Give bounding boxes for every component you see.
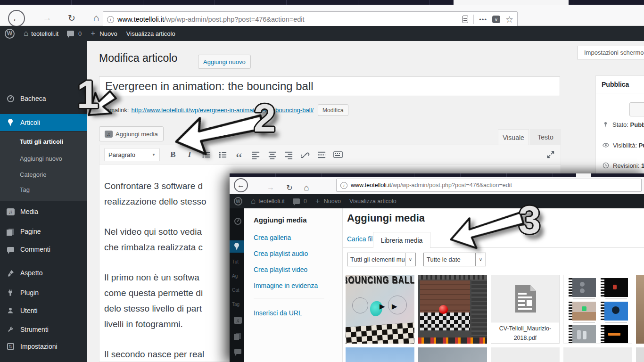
menu-item-immagine-in-evidenza[interactable]: Immagine in evidenza bbox=[254, 282, 318, 289]
wordpress-logo-icon[interactable]: W bbox=[5, 29, 15, 39]
comments-icon bbox=[293, 198, 300, 204]
status-row: Stato: Pubblicato bbox=[602, 121, 644, 128]
page-actions-icon[interactable]: ••• bbox=[479, 16, 487, 23]
overlay-screenshot-window: ← → ↻ ⌂ i www.teotelloli.it /wp/wp-admin… bbox=[230, 173, 644, 362]
paragraph-select[interactable]: Paragrafo ▼ bbox=[104, 148, 160, 161]
sidebar-label: Plugin bbox=[20, 289, 39, 296]
annotation-number-1: 1 bbox=[77, 74, 99, 114]
forward-button[interactable]: → bbox=[264, 181, 278, 195]
pushpin-icon bbox=[6, 119, 15, 126]
sidebar-item-aggiungi-nuovo[interactable]: Aggiungi nuovo bbox=[20, 155, 62, 162]
admin-bar-site-link[interactable]: ⌂ teotelloli.it bbox=[24, 29, 58, 38]
read-more-button[interactable] bbox=[316, 149, 327, 160]
edit-permalink-button[interactable]: Modifica bbox=[318, 104, 348, 116]
sidebar-item-strumenti[interactable]: Strumenti bbox=[0, 321, 87, 338]
brush-icon bbox=[6, 269, 15, 277]
media-thumbnail-cut[interactable] bbox=[636, 347, 644, 362]
bold-button[interactable]: B bbox=[168, 149, 178, 160]
wordpress-logo-icon: W bbox=[234, 197, 242, 206]
dashboard-icon bbox=[6, 95, 15, 102]
home-button[interactable]: ⌂ bbox=[89, 11, 103, 25]
home-button[interactable]: ⌂ bbox=[299, 181, 314, 195]
toolbar-toggle-button[interactable] bbox=[333, 149, 343, 160]
sidebar-item-categorie[interactable]: Categorie bbox=[20, 171, 46, 178]
browser-active-tab[interactable] bbox=[454, 0, 569, 5]
add-new-button[interactable]: Aggiungi nuovo bbox=[198, 55, 251, 69]
add-media-button[interactable]: ♫ Aggiungi media bbox=[99, 126, 164, 141]
media-type-filter-select[interactable]: Tutti gli elementi multimediali ∨ bbox=[347, 253, 416, 266]
forward-button[interactable]: → bbox=[40, 11, 54, 25]
url-bar[interactable]: i www.teotelloli.it /wp/wp-admin/post.ph… bbox=[336, 179, 642, 192]
page-title: Modifica articolo bbox=[99, 52, 177, 65]
media-thumbnail-sky[interactable] bbox=[346, 347, 414, 362]
tab-text[interactable]: Testo bbox=[530, 129, 561, 145]
sidebar-item-aspetto[interactable]: Aspetto bbox=[0, 264, 87, 281]
sidebar-item-bacheca[interactable]: Bacheca bbox=[0, 90, 87, 107]
blockquote-button[interactable]: “ bbox=[234, 149, 244, 160]
menu-item-inserisci-da-url[interactable]: Inserisci da URL bbox=[254, 309, 302, 317]
comments-icon[interactable] bbox=[67, 31, 74, 36]
tab-visual[interactable]: Visuale bbox=[498, 129, 529, 145]
sidebar-item-pagine[interactable]: Pagine bbox=[0, 223, 87, 240]
plug-icon bbox=[6, 289, 15, 296]
media-thumbnail-gray[interactable] bbox=[491, 347, 560, 362]
align-right-button[interactable] bbox=[283, 149, 294, 160]
menu-item-crea-galleria[interactable]: Crea galleria bbox=[254, 234, 291, 241]
admin-bar-view-post-link[interactable]: Visualizza articolo bbox=[126, 30, 175, 37]
sidebar-item-articoli[interactable]: Articoli bbox=[0, 114, 87, 131]
sidebar-item-media[interactable]: ♫ Media bbox=[0, 203, 87, 220]
back-button[interactable]: ← bbox=[234, 178, 248, 192]
sidebar-item-utenti[interactable]: Utenti bbox=[0, 302, 87, 319]
back-button[interactable]: ← bbox=[8, 10, 25, 27]
plus-icon[interactable]: + bbox=[91, 29, 95, 38]
reload-button[interactable]: ↻ bbox=[282, 181, 297, 195]
plus-icon: + bbox=[315, 197, 320, 206]
media-thumbnail-gray[interactable] bbox=[563, 347, 632, 362]
sidebar-item-plugin[interactable]: Plugin bbox=[0, 284, 87, 301]
revisions-row: Revisioni: 10 Sfoglia bbox=[602, 162, 644, 169]
publish-panel: Pubblica Stato: Pubblicato Visibilità: P… bbox=[595, 75, 644, 175]
site-name: teotelloli.it bbox=[31, 30, 58, 37]
pocket-icon[interactable]: ∨ bbox=[492, 16, 500, 23]
chevron-down-icon: ∨ bbox=[405, 253, 415, 266]
media-thumbnail-pdf[interactable]: CV-Telloli_Maurizio-2018.pdf bbox=[491, 275, 560, 344]
site-info-icon[interactable]: i bbox=[107, 16, 114, 23]
dimmed-active-item bbox=[230, 240, 244, 253]
reload-button[interactable]: ↻ bbox=[65, 11, 79, 25]
align-center-button[interactable] bbox=[267, 149, 277, 160]
fullscreen-button[interactable] bbox=[545, 149, 556, 160]
bookmark-star-icon[interactable]: ☆ bbox=[505, 14, 513, 25]
menu-item-aggiungi-media[interactable]: Aggiungi media bbox=[254, 216, 307, 224]
sidebar-item-tutti-gli-articoli[interactable]: Tutti gli articoli bbox=[20, 138, 63, 145]
media-thumbnail-blurred[interactable] bbox=[418, 347, 487, 362]
reader-mode-icon[interactable] bbox=[462, 16, 468, 23]
wp-admin-bar-dimmed: W ⌂ teotelloli.it 0 + Nuovo Visualizza a… bbox=[230, 194, 644, 208]
preview-changes-button[interactable] bbox=[629, 102, 644, 116]
post-title-input[interactable] bbox=[99, 76, 560, 96]
screenshot-root: { "browser": { "url_domain": "www.teotel… bbox=[0, 0, 644, 362]
tab-carica-file[interactable]: Carica file bbox=[347, 235, 376, 243]
admin-bar-new-link[interactable]: Nuovo bbox=[99, 30, 117, 37]
browser-toolbar: ← → ↻ ⌂ i www.teotelloli.it /wp/wp-admin… bbox=[230, 177, 644, 194]
media-thumbnail-cut[interactable] bbox=[636, 275, 644, 344]
link-button[interactable] bbox=[300, 149, 310, 160]
tab-libreria-media[interactable]: Libreria media bbox=[373, 232, 430, 248]
admin-bar-view-post-link: Visualizza articolo bbox=[349, 198, 396, 205]
align-left-button[interactable] bbox=[250, 149, 261, 160]
url-domain: www.teotelloli.it bbox=[117, 16, 164, 23]
screen-options-tab[interactable]: Impostazioni schermo bbox=[577, 46, 644, 59]
menu-item-crea-playlist-audio[interactable]: Crea playlist audio bbox=[254, 250, 308, 257]
browser-toolbar: ← → ↻ ⌂ i www.teotelloli.it /wp/wp-admin… bbox=[0, 5, 644, 26]
publish-panel-title[interactable]: Pubblica bbox=[596, 76, 644, 93]
sidebar-item-impostazioni[interactable]: ⇅ Impostazioni bbox=[0, 338, 87, 355]
media-thumbnail-3d-app[interactable] bbox=[418, 275, 487, 344]
media-thumbnail-bouncing-ball[interactable]: BOUNCING BALL ▶ ▶ bbox=[346, 275, 414, 344]
admin-bar-new-link: Nuovo bbox=[324, 198, 341, 205]
menu-item-crea-playlist-video[interactable]: Crea playlist video bbox=[254, 266, 307, 273]
url-bar[interactable]: i www.teotelloli.it /wp/wp-admin/post.ph… bbox=[103, 11, 518, 27]
sidebar-item-tag[interactable]: Tag bbox=[20, 186, 30, 193]
sidebar-item-commenti[interactable]: Commenti bbox=[0, 241, 87, 258]
media-thumbnail-contact-sheet[interactable] bbox=[563, 275, 632, 344]
comments-count[interactable]: 0 bbox=[78, 30, 82, 37]
comments-count: 0 bbox=[304, 198, 307, 205]
